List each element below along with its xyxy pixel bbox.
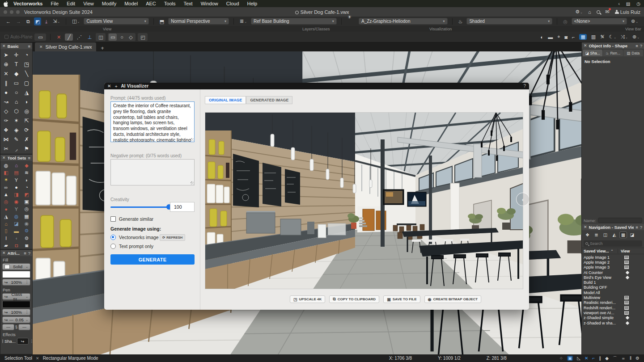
negative-prompt-textarea[interactable]	[110, 159, 195, 185]
vectorworks-image-option[interactable]: Vectorworks image	[110, 235, 159, 240]
copy-to-clipboard-button[interactable]: ⧉COPY TO CLIPBOARD	[329, 295, 379, 303]
no-pen-icon[interactable]: ✎̸	[600, 34, 604, 40]
text-prompt-only-option[interactable]: Text prompt only	[110, 244, 153, 249]
tool-set-icon[interactable]: ◉	[21, 220, 32, 227]
basic-tool-icon[interactable]: ⇱	[21, 116, 32, 125]
user-account[interactable]: Luis Ruiz	[615, 9, 640, 15]
tool-set-icon[interactable]: Y	[11, 177, 21, 184]
georeference-icon[interactable]: ⊛⌄	[632, 34, 640, 40]
basic-tool-icon[interactable]: ◔	[21, 50, 32, 59]
basic-tool-icon[interactable]: ▭	[11, 78, 21, 88]
unified-view-icon[interactable]: ◩	[34, 17, 41, 25]
close-tab-icon[interactable]: ✕	[39, 45, 43, 49]
tool-set-icon[interactable]: ⌂	[11, 162, 21, 169]
record-icon[interactable]: ◙	[564, 34, 568, 40]
auto-plane-checkbox[interactable]	[4, 35, 8, 39]
saved-views-search[interactable]: Search	[584, 240, 642, 247]
tool-set-icon[interactable]: ◩	[21, 191, 32, 198]
object-info-header[interactable]: ✕ Object Info - Shape ≡ ?	[582, 42, 644, 49]
basic-tool-icon[interactable]: ∥	[1, 78, 11, 88]
pen-color-well[interactable]	[2, 301, 30, 308]
pen-opacity-control[interactable]: ↪100%⋮	[2, 309, 30, 316]
menu-icon[interactable]: ≡	[24, 251, 26, 256]
saved-views-table-header[interactable]: Saved View...⌃ View	[582, 248, 644, 254]
basic-tool-icon[interactable]: ⬡	[11, 106, 21, 116]
basic-tool-icon[interactable]: ✗	[21, 135, 32, 144]
shadow-icon[interactable]: ☾⌄	[609, 34, 616, 40]
grid-snap-icon[interactable]: ⁘	[559, 356, 563, 361]
saved-view-row[interactable]: Building OFF	[582, 285, 644, 290]
tool-set-icon[interactable]: Ⅰ	[1, 235, 11, 242]
resize-handle[interactable]	[191, 138, 194, 141]
smart-edge-icon[interactable]: ⌐	[592, 356, 595, 361]
line-style-end-button[interactable]: —	[18, 324, 30, 330]
saved-view-dropdown[interactable]: Custom View▾	[84, 18, 148, 25]
saved-view-row[interactable]: z-Shaded w sha...	[582, 320, 644, 325]
back-arrow-icon[interactable]: ←	[4, 17, 12, 25]
pen-style-dropdown[interactable]: ↪Class St...⌄	[2, 293, 30, 300]
prompt-textarea[interactable]: Create the interior of Coffee restaurant…	[110, 101, 195, 142]
menu-help[interactable]: Help	[243, 0, 262, 7]
tool-set-icon[interactable]: ◍	[11, 213, 21, 220]
saved-view-row[interactable]: Multiview	[582, 295, 644, 300]
layers-icon[interactable]: ⧉	[25, 17, 31, 25]
render-style-dropdown[interactable]: <None>▾	[572, 18, 627, 25]
basic-tool-icon[interactable]: ✑	[1, 116, 11, 125]
tool-set-icon[interactable]: ✶	[1, 177, 11, 184]
corner-ruler-icon[interactable]: ⌐	[572, 34, 575, 40]
basic-tool-icon[interactable]: ●	[1, 88, 11, 97]
equal-spacing-icon[interactable]: ＝	[621, 355, 626, 362]
tool-set-icon[interactable]: ◗	[21, 177, 32, 184]
saved-view-row[interactable]: Build 1	[582, 280, 644, 285]
traffic-light-minimize[interactable]	[10, 10, 13, 14]
creativity-value[interactable]: 100	[170, 202, 195, 212]
snap-line-icon[interactable]: ╱	[65, 34, 73, 41]
design-layers-icon[interactable]: ≣	[593, 232, 600, 238]
tool-set-icon[interactable]: ◔	[21, 184, 32, 191]
basic-tool-icon[interactable]: ◈	[11, 125, 21, 135]
basic-tool-icon[interactable]: ✎	[11, 135, 21, 144]
tool-set-icon[interactable]: Y	[11, 206, 21, 213]
attributes-palette-header[interactable]: ✕ Attri... ≡ ?	[0, 250, 32, 256]
polygon-marquee-icon[interactable]: ◇	[127, 34, 135, 41]
interactive-scaling-icon[interactable]: ◰	[139, 34, 147, 41]
basic-tool-icon[interactable]: ✕	[1, 69, 11, 78]
vectorworks-image-radio[interactable]	[110, 235, 116, 240]
tab-shape[interactable]: ◪Sha...	[583, 50, 602, 56]
name-input[interactable]	[598, 218, 642, 223]
tool-set-icon[interactable]: ◘	[11, 242, 21, 249]
basic-tool-icon[interactable]: ↝	[1, 97, 11, 106]
tool-set-icon[interactable]: ◮	[1, 213, 11, 220]
basic-tool-icon[interactable]: ✶	[11, 116, 21, 125]
distance-snap-icon[interactable]: ◆	[605, 356, 609, 361]
tool-set-icon[interactable]: ◖	[11, 235, 21, 242]
search-icon[interactable]	[597, 10, 600, 14]
tool-set-icon[interactable]: ⚙	[21, 227, 32, 235]
tool-set-icon[interactable]: ◪	[11, 220, 21, 227]
forward-arrow-icon[interactable]: →	[15, 17, 22, 25]
saved-views-tab-icon[interactable]: ▦	[619, 232, 627, 238]
projection-dropdown[interactable]: Normal Perspective▾	[168, 18, 229, 25]
basic-tool-icon[interactable]: ❖	[1, 125, 11, 135]
close-dialog-icon[interactable]: ✕	[107, 84, 111, 88]
auto-plane-toggle[interactable]: Auto-Plane	[4, 34, 32, 39]
fill-style-dropdown[interactable]: Solid⌄	[2, 263, 30, 270]
tool-set-icon[interactable]: ◎	[21, 206, 32, 213]
multi-pane-icon[interactable]: ▥	[591, 34, 596, 40]
saved-views-icon[interactable]: ◫⌄	[71, 17, 81, 26]
tab-generated-image[interactable]: GENERATED IMAGE	[246, 96, 292, 104]
close-icon[interactable]: ✕	[584, 43, 587, 48]
viewports-icon[interactable]: ◪	[628, 232, 636, 238]
basic-tool-icon[interactable]: ✂	[1, 144, 11, 153]
shadow-checkbox[interactable]	[2, 339, 3, 343]
new-tab-button[interactable]: +	[101, 45, 104, 51]
tool-set-icon[interactable]: ◎	[1, 198, 11, 205]
menu-aec[interactable]: AEC	[142, 0, 160, 7]
tool-set-icon[interactable]: ⌂	[1, 220, 11, 227]
tool-set-icon[interactable]: ●	[11, 184, 21, 191]
export-icon[interactable]: ⇲⌄	[51, 17, 61, 26]
basic-tool-icon[interactable]: ◇	[1, 106, 11, 116]
navigation-header[interactable]: ✕ Navigation - Saved Views ≡ ?	[582, 224, 644, 230]
tool-set-icon[interactable]: ▰	[1, 242, 11, 249]
saved-view-row[interactable]: Model All	[582, 290, 644, 295]
